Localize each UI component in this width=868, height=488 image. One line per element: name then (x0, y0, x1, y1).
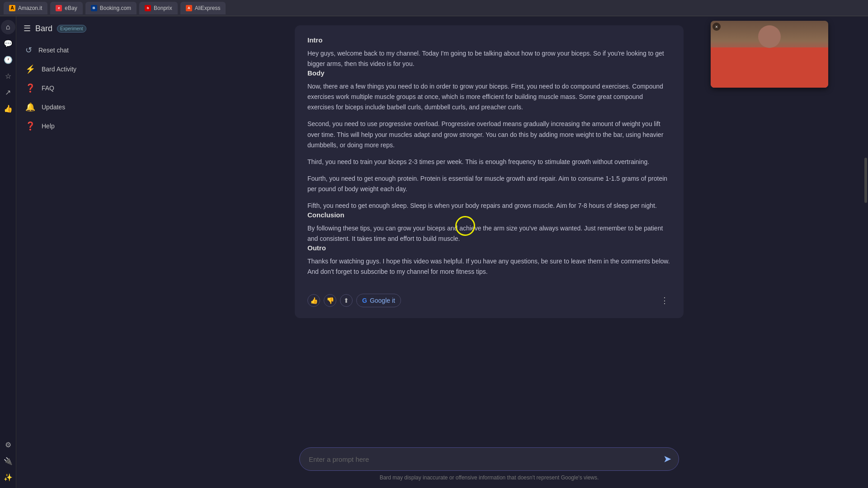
outro-text: Thanks for watching guys. I hope this vi… (307, 256, 671, 277)
sidebar-item-faq[interactable]: ❓ FAQ (16, 79, 110, 98)
conclusion-heading: Conclusion (307, 211, 671, 219)
sidebar-item-reset-chat[interactable]: ↺ Reset chat (16, 41, 110, 60)
thumb-icon-button[interactable]: 👍 (1, 101, 15, 116)
section-intro: Intro Hey guys, welcome back to my chann… (307, 36, 671, 69)
sparkle-icon-button[interactable]: ✨ (1, 470, 15, 484)
video-close-button[interactable]: × (712, 23, 721, 31)
experiment-badge: Experiment (57, 25, 86, 33)
chat-area[interactable]: × Intro Hey guys, welcome back to my cha… (116, 16, 863, 442)
send-icon: ➤ (663, 453, 671, 465)
disclaimer-text: Bard may display inaccurate or offensive… (380, 474, 599, 481)
send-button[interactable]: ➤ (663, 453, 671, 465)
icon-bar: ⌂ 💬 🕐 ☆ ↗ 👍 ⚙ 🔌 ✨ (0, 16, 16, 488)
booking-favicon: B (91, 5, 97, 11)
app-container: ⌂ 💬 🕐 ☆ ↗ 👍 ⚙ 🔌 ✨ ☰ Bard Experiment ↺ Re… (0, 16, 868, 488)
intro-text: Hey guys, welcome back to my channel. To… (307, 48, 671, 69)
body-text-2: Second, you need to use progressive over… (307, 119, 671, 150)
body-text-5: Fifth, you need to get enough sleep. Sle… (307, 201, 671, 211)
tab-booking-label: Booking.com (100, 5, 131, 11)
sidebar-item-help-label: Help (42, 122, 55, 130)
sidebar-header: ☰ Bard Experiment (16, 20, 116, 41)
sidebar-item-updates-label: Updates (42, 103, 65, 111)
tab-amazon-label: Amazon.it (18, 5, 42, 11)
share-button[interactable]: ⬆ (340, 294, 353, 307)
tab-amazon[interactable]: A Amazon.it (4, 2, 47, 14)
body-heading: Body (307, 69, 671, 77)
conclusion-text: By following these tips, you can grow yo… (307, 223, 671, 244)
bard-activity-icon: ⚡ (25, 64, 35, 74)
video-overlay: × (711, 21, 828, 88)
tab-aliexpress[interactable]: A AliExpress (180, 2, 226, 14)
bard-logo: Bard (35, 24, 52, 33)
like-button[interactable]: 👍 (307, 294, 320, 307)
updates-icon: 🔔 (25, 102, 35, 112)
sidebar-item-bard-activity-label: Bard Activity (42, 66, 76, 73)
main-content: × Intro Hey guys, welcome back to my cha… (116, 16, 863, 488)
section-body: Body Now, there are a few things you nee… (307, 69, 671, 211)
scrollbar-track (863, 16, 868, 488)
sidebar-item-bard-activity[interactable]: ⚡ Bard Activity (16, 60, 110, 79)
chat-icon-button[interactable]: 💬 (1, 36, 15, 51)
outro-heading: Outro (307, 244, 671, 252)
tab-aliexpress-label: AliExpress (195, 5, 221, 11)
tab-ebay-label: eBay (65, 5, 77, 11)
sidebar-item-reset-chat-label: Reset chat (38, 47, 69, 54)
video-thumbnail (711, 21, 828, 88)
star-icon-button[interactable]: ☆ (1, 69, 15, 83)
tab-bonprix[interactable]: b Bonprix (139, 2, 178, 14)
sidebar-item-help[interactable]: ❓ Help (16, 117, 110, 136)
history-icon-button[interactable]: 🕐 (1, 52, 15, 67)
google-it-button[interactable]: G Google it (356, 294, 401, 307)
action-bar: 👍 👎 ⬆ G Google it ⋮ (307, 286, 671, 307)
hamburger-icon[interactable]: ☰ (24, 23, 31, 33)
body-text: Now, there are a few things you need to … (307, 81, 671, 113)
chat-inner: × Intro Hey guys, welcome back to my cha… (286, 16, 693, 433)
body-text-3: Third, you need to train your biceps 2-3… (307, 157, 671, 167)
sidebar-item-updates[interactable]: 🔔 Updates (16, 98, 110, 117)
google-g-icon: G (362, 297, 367, 304)
tab-bonprix-label: Bonprix (154, 5, 172, 11)
sidebar: ☰ Bard Experiment ↺ Reset chat ⚡ Bard Ac… (16, 16, 116, 488)
faq-icon: ❓ (25, 83, 35, 93)
response-card: × Intro Hey guys, welcome back to my cha… (295, 25, 684, 318)
aliexpress-favicon: A (186, 5, 192, 11)
plug-icon-button[interactable]: 🔌 (1, 454, 15, 468)
tab-ebay[interactable]: e eBay (50, 2, 82, 14)
share-icon-button[interactable]: ↗ (1, 85, 15, 99)
amazon-favicon: A (9, 5, 15, 11)
section-outro: Outro Thanks for watching guys. I hope t… (307, 244, 671, 277)
help-icon: ❓ (25, 121, 35, 131)
bonprix-favicon: b (145, 5, 151, 11)
input-area: ➤ Bard may display inaccurate or offensi… (116, 442, 863, 488)
scrollbar-thumb[interactable] (864, 158, 867, 203)
section-conclusion: Conclusion By following these tips, you … (307, 211, 671, 244)
more-options-button[interactable]: ⋮ (658, 294, 671, 307)
google-it-label: Google it (370, 297, 395, 304)
browser-bar: A Amazon.it e eBay B Booking.com b Bonpr… (0, 0, 868, 16)
prompt-input[interactable] (309, 455, 660, 463)
reset-chat-icon: ↺ (25, 45, 32, 55)
settings-icon-button[interactable]: ⚙ (1, 437, 15, 452)
home-icon-button[interactable]: ⌂ (1, 20, 15, 34)
dislike-button[interactable]: 👎 (324, 294, 336, 307)
body-text-4: Fourth, you need to get enough protein. … (307, 174, 671, 194)
prompt-input-container: ➤ (299, 447, 679, 471)
sidebar-item-faq-label: FAQ (42, 84, 54, 92)
tab-booking[interactable]: B Booking.com (85, 2, 137, 14)
intro-heading: Intro (307, 36, 671, 44)
ebay-favicon: e (56, 5, 62, 11)
